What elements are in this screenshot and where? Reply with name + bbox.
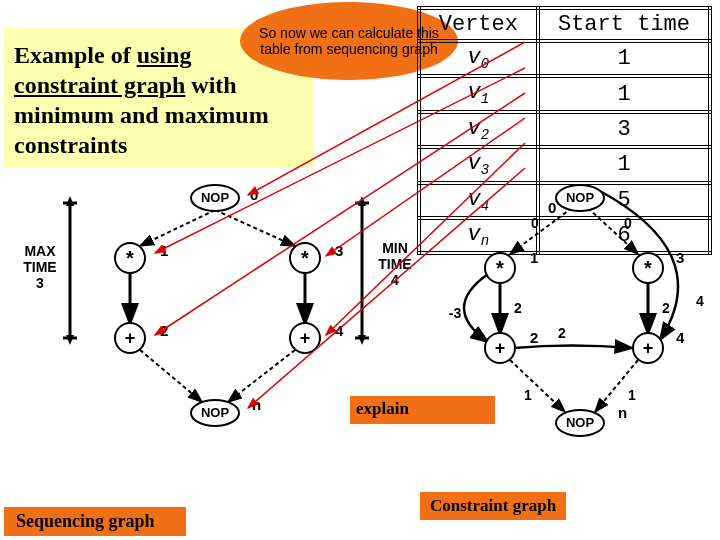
svg-text:NOP: NOP [566,190,595,205]
svg-text:0: 0 [624,215,632,231]
svg-marker-2 [66,196,74,206]
svg-text:2: 2 [530,329,538,346]
svg-text:0: 0 [250,186,258,203]
svg-text:0: 0 [531,215,539,231]
svg-text:n: n [618,404,627,421]
edge [215,210,295,246]
svg-marker-3 [66,335,74,345]
th-start: Start time [538,8,710,41]
svg-text:TIME: TIME [23,259,56,275]
graphs-container: MAX TIME 3 MIN TIME 4 NOP0 *1 *3 +2 +4 N… [0,178,720,468]
graphs-svg: MAX TIME 3 MIN TIME 4 NOP0 *1 *3 +2 +4 N… [0,178,720,468]
sequencing-graph-label: Sequencing graph [4,507,186,536]
svg-text:+: + [125,328,136,348]
svg-text:2: 2 [558,325,566,341]
svg-text:1: 1 [160,242,168,259]
edge-back-neg3 [464,274,488,342]
svg-text:1: 1 [524,387,532,403]
svg-text:4: 4 [335,322,344,339]
svg-text:4: 4 [391,272,399,288]
svg-marker-9 [358,335,366,345]
svg-text:1: 1 [628,387,636,403]
svg-text:2: 2 [662,300,670,316]
title-text: Example of [14,42,137,68]
mintime-label: MIN [382,240,408,256]
svg-text:0: 0 [548,199,556,216]
table-row: v23 [419,112,710,147]
maxtime-label: MAX [24,243,56,259]
svg-text:+: + [495,338,506,358]
svg-text:4: 4 [676,329,685,346]
edge [595,360,638,412]
svg-text:3: 3 [335,242,343,259]
edge [510,360,565,412]
edge [510,208,572,254]
svg-text:2: 2 [160,322,168,339]
svg-text:2: 2 [514,300,522,316]
edge [140,350,202,402]
svg-text:TIME: TIME [378,256,411,272]
svg-text:+: + [643,338,654,358]
th-vertex: Vertex [419,8,538,41]
svg-text:NOP: NOP [201,405,230,420]
svg-marker-8 [358,196,366,206]
constraint-graph-label: Constraint graph [420,492,566,520]
edge [140,210,215,246]
svg-text:1: 1 [530,249,538,266]
svg-text:*: * [301,247,309,269]
svg-text:+: + [300,328,311,348]
table-row: v01 [419,41,710,76]
svg-text:NOP: NOP [566,415,595,430]
svg-text:*: * [126,247,134,269]
svg-text:*: * [644,257,652,279]
svg-text:3: 3 [676,249,684,266]
svg-text:-3: -3 [449,305,462,321]
svg-text:*: * [496,257,504,279]
svg-text:NOP: NOP [201,190,230,205]
svg-text:3: 3 [36,275,44,291]
svg-text:n: n [252,396,261,413]
svg-text:4: 4 [696,293,704,309]
table-row: v11 [419,76,710,111]
edge [228,350,295,402]
